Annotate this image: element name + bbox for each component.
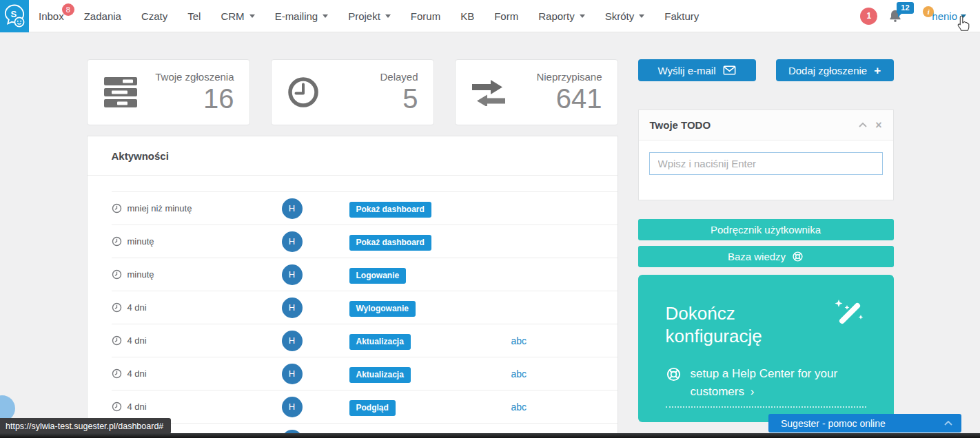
navbar-right-cluster: 1 12 i henio	[860, 8, 966, 25]
mouse-cursor-icon	[956, 15, 971, 32]
notifications-button[interactable]: 12	[888, 8, 903, 23]
send-email-button[interactable]: Wyślij e-mail	[638, 59, 756, 81]
nav-item-crm[interactable]: CRM	[221, 10, 254, 22]
nav-item-zadania[interactable]: Zadania	[84, 10, 121, 22]
clock-icon	[112, 302, 122, 313]
activity-type-badge[interactable]: Aktualizacja	[349, 334, 411, 350]
chevron-right-icon: ›	[751, 385, 755, 398]
activity-panel-title: Aktywności	[88, 136, 617, 176]
setup-card-title: Dokończ konfigurację	[666, 302, 824, 347]
activity-time: 4 dni	[112, 402, 258, 412]
activity-time: 4 dni	[112, 368, 258, 379]
user-avatar[interactable]: H	[282, 298, 303, 318]
activity-time: minutę	[112, 236, 258, 247]
activity-row: 4 dni H Podgląd abc	[112, 390, 617, 423]
activity-type-badge[interactable]: Pokaż dashboard	[349, 202, 431, 218]
main-menu: Inbox8 Zadania Czaty Tel CRM E-mailing P…	[39, 10, 699, 22]
stat-card-nieprzypisane[interactable]: Nieprzypisane 641	[455, 59, 618, 125]
clock-icon	[112, 236, 122, 247]
stat-label: Nieprzypisane	[536, 71, 602, 83]
chevron-down-icon	[385, 14, 391, 18]
activity-object-link[interactable]: abc	[511, 402, 527, 413]
activity-time: minutę	[112, 269, 258, 280]
activity-row: minutę H Logowanie	[112, 258, 617, 291]
sugester-logo-icon	[0, 0, 29, 32]
stat-label: Delayed	[380, 71, 418, 83]
activity-row: minutę H Pokaż dashboard	[112, 225, 617, 258]
user-avatar[interactable]: H	[282, 231, 303, 252]
clock-icon	[112, 203, 122, 213]
add-ticket-button[interactable]: Dodaj zgłoszenie +	[776, 59, 894, 81]
transfer-arrows-icon	[471, 79, 507, 106]
activity-type-badge[interactable]: Pokaż dashboard	[349, 235, 431, 251]
nav-item-raporty[interactable]: Raporty	[538, 10, 585, 22]
todo-title: Twoje TODO	[650, 119, 711, 131]
activity-list: mniej niż minutę H Pokaż dashboard minut…	[88, 191, 617, 438]
activity-type-badge[interactable]: Podgląd	[349, 400, 396, 416]
stat-card-twoje-zgloszenia[interactable]: Twoje zgłoszenia 16	[87, 59, 250, 125]
inbox-count-badge: 8	[62, 3, 74, 16]
user-avatar[interactable]: H	[282, 198, 303, 219]
setup-card: Dokończ konfigurację setup a Help Center…	[638, 275, 894, 422]
activity-type-badge[interactable]: Logowanie	[349, 268, 407, 284]
nav-item-tel[interactable]: Tel	[187, 10, 201, 22]
alert-count-badge[interactable]: 1	[860, 8, 877, 25]
activity-row: 4 dni H Aktualizacja abc	[112, 357, 617, 390]
status-bar-url: https://sylwia-test.sugester.pl/dashboar…	[0, 418, 171, 434]
clock-icon	[287, 76, 320, 109]
notification-count-badge: 12	[897, 2, 913, 14]
user-avatar[interactable]: H	[282, 397, 303, 417]
activity-panel: Aktywności mniej niż minutę H Pokaż dash…	[87, 136, 618, 438]
setup-help-center-link[interactable]: setup a Help Center for your customers ›	[666, 365, 866, 408]
nav-item-form[interactable]: Form	[494, 10, 518, 22]
activity-object-link[interactable]: abc	[511, 335, 527, 346]
user-avatar[interactable]: H	[282, 364, 303, 384]
stat-value: 5	[402, 83, 418, 114]
envelope-icon	[723, 65, 736, 75]
right-sidebar: Wyślij e-mail Dodaj zgłoszenie + Twoje T…	[638, 59, 894, 438]
support-chat-widget[interactable]: Sugester - pomoc online	[768, 414, 961, 432]
nav-item-projekt[interactable]: Projekt	[348, 10, 391, 22]
chevron-up-icon	[944, 421, 952, 426]
plus-icon: +	[874, 65, 881, 76]
user-avatar[interactable]: H	[282, 331, 303, 351]
life-ring-icon	[666, 366, 682, 382]
user-manual-button[interactable]: Podręcznik użytkownika	[638, 219, 894, 240]
todo-widget-header: Twoje TODO ×	[639, 110, 893, 140]
chevron-down-icon	[639, 14, 644, 18]
tickets-icon	[103, 77, 139, 107]
clock-icon	[112, 335, 122, 346]
close-icon[interactable]: ×	[875, 120, 881, 131]
clock-icon	[112, 269, 122, 280]
quick-actions: Wyślij e-mail Dodaj zgłoszenie +	[638, 59, 894, 81]
activity-object-link[interactable]: abc	[511, 368, 527, 379]
activity-time: 4 dni	[112, 335, 258, 346]
activity-time: mniej niż minutę	[112, 203, 258, 213]
activity-time: 4 dni	[112, 302, 258, 313]
knowledge-base-button[interactable]: Baza wiedzy	[638, 246, 894, 267]
activity-type-badge[interactable]: Wylogowanie	[349, 301, 416, 317]
top-navbar: Inbox8 Zadania Czaty Tel CRM E-mailing P…	[0, 0, 980, 32]
nav-item-czaty[interactable]: Czaty	[141, 10, 167, 22]
dashboard-content: Twoje zgłoszenia 16 Delayed 5 Nieprzypis…	[87, 32, 894, 438]
activity-row: mniej niż minutę H Pokaż dashboard	[112, 191, 617, 225]
nav-item-faktury[interactable]: Faktury	[664, 10, 699, 22]
clock-icon	[112, 368, 122, 379]
nav-item-skroty[interactable]: Skróty	[605, 10, 645, 22]
stat-value: 641	[556, 83, 602, 114]
todo-input[interactable]	[649, 152, 883, 175]
app-logo[interactable]	[0, 0, 29, 32]
stat-label: Twoje zgłoszenia	[155, 71, 234, 83]
user-avatar[interactable]: H	[282, 264, 303, 285]
main-column: Twoje zgłoszenia 16 Delayed 5 Nieprzypis…	[87, 59, 618, 438]
nav-item-emailing[interactable]: E-mailing	[275, 10, 329, 22]
magic-wand-icon	[832, 298, 865, 331]
nav-item-inbox[interactable]: Inbox8	[39, 10, 64, 22]
chevron-down-icon	[580, 14, 585, 18]
activity-type-badge[interactable]: Aktualizacja	[349, 367, 411, 383]
activity-row: 4 dni H Aktualizacja abc	[112, 324, 617, 357]
nav-item-kb[interactable]: KB	[460, 10, 474, 22]
nav-item-forum[interactable]: Forum	[411, 10, 440, 22]
collapse-icon[interactable]	[859, 123, 867, 127]
stat-card-delayed[interactable]: Delayed 5	[271, 59, 434, 125]
